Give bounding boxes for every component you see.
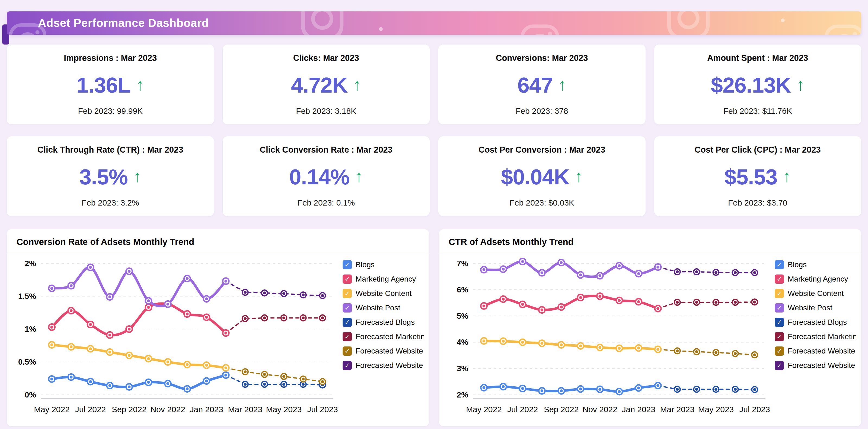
legend-item[interactable]: ✓ Website Content [775, 288, 856, 299]
legend-checkbox[interactable]: ✓ [775, 332, 784, 341]
kpi-title: Impressions : Mar 2023 [64, 53, 157, 63]
trend-up-arrow-icon: ↑ [353, 77, 361, 93]
check-icon: ✓ [344, 304, 350, 312]
svg-text:7%: 7% [457, 259, 468, 268]
legend-item[interactable]: ✓ Forecasted Website Pos [343, 360, 424, 371]
legend-item[interactable]: ✓ Forecasted Website Pos [775, 360, 856, 371]
svg-text:1%: 1% [25, 325, 36, 334]
legend-item[interactable]: ✓ Forecasted Website Cor [775, 346, 856, 356]
svg-text:Sep 2022: Sep 2022 [112, 405, 147, 414]
legend-label: Forecasted Website Cor [788, 347, 856, 355]
kpi-value: 0.14% [289, 165, 349, 190]
svg-text:3%: 3% [457, 364, 468, 373]
trend-up-arrow-icon: ↑ [133, 168, 141, 184]
charts-row: Conversion Rate of Adsets Monthly Trend … [7, 229, 861, 426]
legend-checkbox[interactable]: ✓ [775, 289, 784, 298]
legend-checkbox[interactable]: ✓ [775, 361, 784, 370]
check-icon: ✓ [344, 347, 350, 355]
kpi-value-row: $26.13K ↑ [711, 73, 805, 98]
kpi-card: Clicks: Mar 2023 4.72K ↑ Feb 2023: 3.18K [223, 45, 430, 124]
legend-checkbox[interactable]: ✓ [343, 260, 352, 269]
legend-item[interactable]: ✓ Website Content [343, 288, 424, 299]
check-icon: ✓ [344, 362, 350, 369]
legend-checkbox[interactable]: ✓ [775, 346, 784, 356]
decor-dot [379, 27, 383, 31]
legend-item[interactable]: ✓ Marketing Agency [343, 274, 424, 284]
instagram-icon [519, 23, 561, 35]
kpi-row-2: Click Through Rate (CTR) : Mar 2023 3.5%… [7, 136, 861, 216]
trend-up-arrow-icon: ↑ [355, 168, 363, 184]
legend-checkbox[interactable]: ✓ [775, 275, 784, 284]
kpi-title: Click Conversion Rate : Mar 2023 [260, 145, 393, 155]
chart-title: Conversion Rate of Adsets Monthly Trend [7, 229, 429, 254]
legend-checkbox[interactable]: ✓ [343, 289, 352, 298]
trend-up-arrow-icon: ↑ [136, 77, 144, 93]
legend-checkbox[interactable]: ✓ [343, 332, 352, 341]
legend-checkbox[interactable]: ✓ [343, 318, 352, 327]
ctr-line-chart[interactable]: 7%6%5%4%3%2%May 2022Jul 2022Sep 2022Nov … [446, 256, 771, 419]
chart-title: CTR of Adsets Monthly Trend [439, 229, 861, 254]
legend-label: Marketing Agency [788, 275, 848, 283]
legend-item[interactable]: ✓ Blogs [343, 260, 424, 270]
svg-text:May 2022: May 2022 [466, 405, 502, 414]
legend-checkbox[interactable]: ✓ [775, 318, 784, 327]
kpi-card: Cost Per Click (CPC) : Mar 2023 $5.53 ↑ … [654, 136, 862, 216]
kpi-value: 647 [518, 73, 553, 98]
legend-item[interactable]: ✓ Marketing Agency [775, 274, 856, 284]
svg-text:Jul 2022: Jul 2022 [75, 405, 106, 414]
check-icon: ✓ [777, 304, 782, 312]
legend-checkbox[interactable]: ✓ [343, 361, 352, 370]
kpi-card: Impressions : Mar 2023 1.36L ↑ Feb 2023:… [7, 45, 214, 124]
legend-label: Blogs [788, 260, 807, 269]
legend-label: Website Content [355, 289, 412, 298]
legend-label: Forecasted Website Cor [355, 347, 424, 355]
kpi-previous-value: Feb 2023: $0.03K [509, 198, 574, 207]
kpi-card: Click Conversion Rate : Mar 2023 0.14% ↑… [223, 136, 430, 216]
legend-item[interactable]: ✓ Forecasted Marketing A [343, 332, 424, 342]
kpi-value-row: 1.36L ↑ [76, 73, 144, 98]
svg-text:Jan 2023: Jan 2023 [190, 405, 223, 414]
check-icon: ✓ [777, 318, 782, 326]
legend-item[interactable]: ✓ Website Post [343, 303, 424, 313]
legend-checkbox[interactable]: ✓ [343, 303, 352, 313]
conversion-rate-line-chart[interactable]: 2%1.5%1%0.5%0%May 2022Jul 2022Sep 2022No… [14, 256, 339, 419]
chart-body: 7%6%5%4%3%2%May 2022Jul 2022Sep 2022Nov … [439, 254, 861, 419]
legend-item[interactable]: ✓ Forecasted Website Cor [343, 346, 424, 356]
instagram-icon [665, 11, 712, 35]
svg-text:Nov 2022: Nov 2022 [582, 405, 617, 414]
kpi-previous-value: Feb 2023: $11.76K [723, 107, 792, 116]
kpi-previous-value: Feb 2023: 0.1% [297, 198, 355, 207]
legend-checkbox[interactable]: ✓ [775, 260, 784, 269]
svg-text:May 2023: May 2023 [266, 405, 302, 414]
check-icon: ✓ [344, 318, 350, 326]
kpi-card: Click Through Rate (CTR) : Mar 2023 3.5%… [7, 136, 214, 216]
kpi-card: Conversions: Mar 2023 647 ↑ Feb 2023: 37… [438, 45, 646, 124]
trend-up-arrow-icon: ↑ [796, 77, 805, 93]
legend-label: Forecasted Blogs [355, 318, 415, 326]
check-icon: ✓ [777, 290, 782, 297]
legend-item[interactable]: ✓ Forecasted Blogs [343, 317, 424, 327]
kpi-value-row: 647 ↑ [518, 73, 566, 98]
svg-text:2%: 2% [25, 259, 36, 268]
kpi-title: Cost Per Conversion : Mar 2023 [478, 145, 605, 155]
kpi-value: 4.72K [291, 73, 347, 98]
legend-item[interactable]: ✓ Forecasted Marketing A [775, 332, 856, 342]
kpi-previous-value: Feb 2023: 378 [516, 107, 568, 116]
legend-item[interactable]: ✓ Forecasted Blogs [775, 317, 856, 327]
kpi-title: Amount Spent : Mar 2023 [707, 53, 808, 63]
trend-up-arrow-icon: ↑ [783, 168, 791, 184]
legend-label: Forecasted Marketing A [788, 332, 856, 341]
kpi-title: Conversions: Mar 2023 [496, 53, 588, 63]
page-title: Adset Performance Dashboard [38, 17, 209, 30]
chart-legend: ✓ Blogs ✓ Marketing Agency ✓ Website Con… [339, 260, 424, 419]
legend-checkbox[interactable]: ✓ [343, 275, 352, 284]
legend-item[interactable]: ✓ Blogs [775, 260, 856, 270]
kpi-previous-value: Feb 2023: $3.70 [728, 198, 787, 207]
legend-label: Website Post [355, 304, 400, 312]
legend-checkbox[interactable]: ✓ [775, 303, 784, 313]
check-icon: ✓ [777, 347, 782, 355]
svg-text:0%: 0% [25, 391, 36, 399]
legend-checkbox[interactable]: ✓ [343, 346, 352, 356]
check-icon: ✓ [344, 261, 350, 268]
legend-item[interactable]: ✓ Website Post [775, 303, 856, 313]
